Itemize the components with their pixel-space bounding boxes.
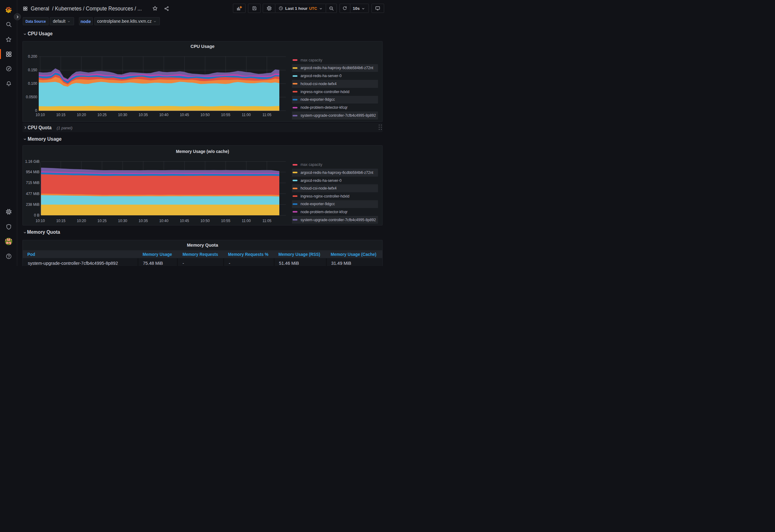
svg-text:10:45: 10:45 bbox=[180, 219, 189, 223]
svg-text:0.150: 0.150 bbox=[28, 68, 37, 72]
svg-text:477 MiB: 477 MiB bbox=[26, 192, 39, 196]
svg-text:0.200: 0.200 bbox=[28, 54, 37, 59]
svg-text:10:25: 10:25 bbox=[97, 113, 107, 117]
svg-text:10:50: 10:50 bbox=[200, 113, 209, 117]
svg-text:10:50: 10:50 bbox=[200, 219, 209, 223]
svg-text:0 B: 0 B bbox=[34, 213, 39, 217]
svg-text:11:00: 11:00 bbox=[242, 113, 251, 117]
svg-text:10:40: 10:40 bbox=[159, 219, 168, 223]
svg-text:10:10: 10:10 bbox=[36, 113, 45, 117]
svg-text:10:40: 10:40 bbox=[159, 113, 168, 117]
svg-text:10:30: 10:30 bbox=[118, 219, 127, 223]
svg-text:1.16 GiB: 1.16 GiB bbox=[25, 159, 40, 164]
svg-text:10:55: 10:55 bbox=[221, 113, 230, 117]
svg-text:715 MiB: 715 MiB bbox=[26, 181, 39, 185]
svg-text:10:20: 10:20 bbox=[77, 113, 86, 117]
svg-text:11:05: 11:05 bbox=[262, 113, 271, 117]
svg-text:954 MiB: 954 MiB bbox=[26, 170, 39, 174]
svg-text:10:20: 10:20 bbox=[77, 219, 86, 223]
svg-text:10:15: 10:15 bbox=[56, 219, 65, 223]
svg-text:238 MiB: 238 MiB bbox=[26, 202, 39, 207]
svg-text:10:25: 10:25 bbox=[97, 219, 107, 223]
svg-text:11:00: 11:00 bbox=[242, 219, 251, 223]
svg-text:10:55: 10:55 bbox=[221, 219, 230, 223]
svg-text:10:10: 10:10 bbox=[36, 219, 45, 223]
svg-text:10:35: 10:35 bbox=[139, 219, 148, 223]
svg-text:10:35: 10:35 bbox=[139, 113, 148, 117]
svg-text:10:45: 10:45 bbox=[180, 113, 189, 117]
svg-text:10:15: 10:15 bbox=[56, 113, 65, 117]
svg-text:11:05: 11:05 bbox=[262, 219, 271, 223]
svg-text:0.0500: 0.0500 bbox=[26, 95, 37, 99]
svg-text:10:30: 10:30 bbox=[118, 113, 127, 117]
svg-text:0.100: 0.100 bbox=[28, 81, 37, 86]
svg-text:0: 0 bbox=[35, 108, 37, 113]
